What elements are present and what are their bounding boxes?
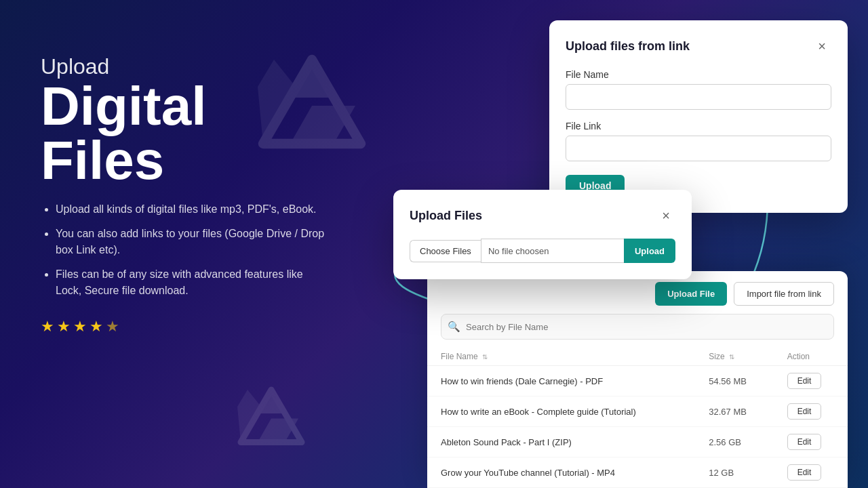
- edit-button[interactable]: Edit: [787, 464, 822, 481]
- bullet-list: Upload all kinds of digital files like m…: [41, 201, 326, 299]
- import-file-from-link-button[interactable]: Import file from link: [734, 282, 834, 306]
- file-size-cell: 2.56 GB: [695, 427, 773, 458]
- star-3: ★: [73, 318, 87, 336]
- table-row: How to win friends (Dale Carnegie) - PDF…: [427, 366, 848, 396]
- modal-files-close-button[interactable]: ×: [656, 206, 675, 225]
- file-action-cell: Edit: [774, 396, 848, 427]
- modal-link-close-button[interactable]: ×: [812, 37, 831, 56]
- bullet-2: You can also add links to your files (Go…: [56, 226, 326, 258]
- upload-from-link-modal: Upload files from link × File Name File …: [549, 20, 848, 213]
- sort-filename-icon[interactable]: ⇅: [482, 353, 488, 361]
- file-action-cell: Edit: [774, 458, 848, 488]
- search-bar: 🔍: [441, 314, 834, 340]
- file-link-group: File Link: [566, 121, 831, 161]
- edit-button[interactable]: Edit: [787, 434, 822, 450]
- file-name-cell: Grow your YouTube channel (Tutorial) - M…: [427, 458, 695, 488]
- modal-files-upload-button[interactable]: Upload: [624, 239, 675, 263]
- file-name-display: No file choosen: [481, 239, 624, 263]
- modal-link-header: Upload files from link ×: [566, 37, 831, 56]
- table-row: Ableton Sound Pack - Part I (ZIP) 2.56 G…: [427, 427, 848, 458]
- modal-files-title: Upload Files: [410, 209, 482, 223]
- file-chooser-row: Choose Files No file choosen Upload: [410, 239, 675, 263]
- edit-button[interactable]: Edit: [787, 373, 822, 389]
- file-action-cell: Edit: [774, 366, 848, 396]
- file-name-cell: How to win friends (Dale Carnegie) - PDF: [427, 366, 695, 396]
- file-name-label: File Name: [566, 69, 831, 80]
- modal-files-header: Upload Files ×: [410, 206, 675, 225]
- star-5: ★: [106, 318, 119, 336]
- search-icon: 🔍: [448, 321, 460, 333]
- col-size: Size ⇅: [695, 348, 773, 366]
- star-2: ★: [57, 318, 71, 336]
- file-name-cell: How to write an eBook - Complete guide (…: [427, 396, 695, 427]
- star-1: ★: [41, 318, 54, 336]
- star-4: ★: [90, 318, 103, 336]
- file-manager-panel: Upload File Import file from link 🔍 File…: [427, 271, 848, 488]
- col-filename: File Name ⇅: [427, 348, 695, 366]
- col-action: Action: [774, 348, 848, 366]
- choose-files-button[interactable]: Choose Files: [410, 240, 481, 262]
- file-name-group: File Name: [566, 69, 831, 110]
- upload-file-button[interactable]: Upload File: [655, 282, 727, 306]
- file-action-cell: Edit: [774, 427, 848, 458]
- file-table: File Name ⇅ Size ⇅ Action How to win fri…: [427, 348, 848, 488]
- main-title: DigitalFiles: [41, 79, 326, 188]
- file-link-input[interactable]: [566, 136, 831, 161]
- file-size-cell: 12 GB: [695, 458, 773, 488]
- modal-link-title: Upload files from link: [566, 39, 690, 54]
- edit-button[interactable]: Edit: [787, 403, 822, 420]
- file-name-input[interactable]: [566, 84, 831, 110]
- table-row: How to write an eBook - Complete guide (…: [427, 396, 848, 427]
- bg-drive-icon-2: [237, 386, 305, 447]
- search-input[interactable]: [441, 314, 834, 340]
- table-row: Grow your YouTube channel (Tutorial) - M…: [427, 458, 848, 488]
- file-size-cell: 32.67 MB: [695, 396, 773, 427]
- bullet-1: Upload all kinds of digital files like m…: [56, 201, 326, 218]
- file-link-label: File Link: [566, 121, 831, 131]
- file-size-cell: 54.56 MB: [695, 366, 773, 396]
- left-panel: Upload DigitalFiles Upload all kinds of …: [41, 54, 326, 336]
- bullet-3: Files can be of any size with advanced f…: [56, 266, 326, 299]
- file-name-cell: Ableton Sound Pack - Part I (ZIP): [427, 427, 695, 458]
- sort-size-icon[interactable]: ⇅: [729, 353, 734, 361]
- upload-files-modal: Upload Files × Choose Files No file choo…: [393, 190, 692, 279]
- star-rating: ★ ★ ★ ★ ★: [41, 318, 326, 336]
